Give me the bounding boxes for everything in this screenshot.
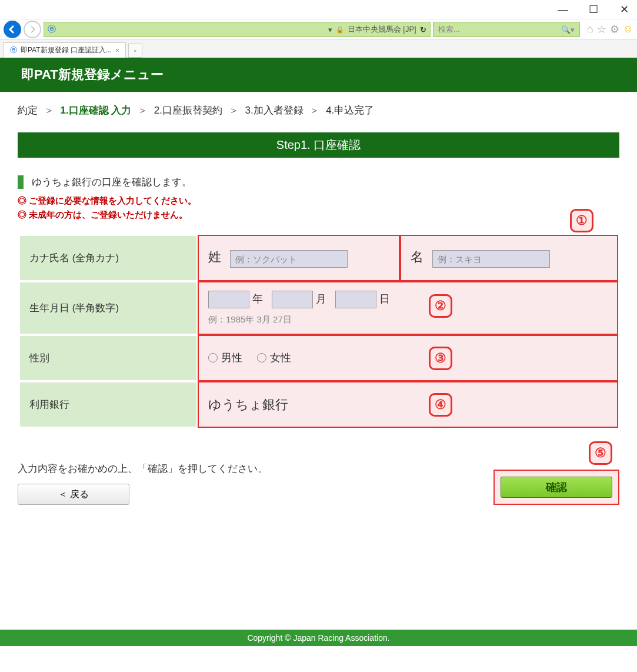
radio-male[interactable]: 男性 xyxy=(208,351,242,365)
tab-active[interactable]: ⓔ 即PAT新規登録 口座認証入... × xyxy=(4,42,126,58)
callout-1: ① xyxy=(570,209,593,232)
refresh-icon[interactable]: ↻ xyxy=(420,25,426,34)
tab-close-icon[interactable]: × xyxy=(115,46,119,55)
label-bank: 利用銀行 xyxy=(20,382,196,427)
alert-line-2: ◎ 未成年の方は、ご登録いただけません。 xyxy=(18,208,619,222)
radio-circle-icon xyxy=(208,353,218,362)
crumb-step3: 3.加入者登録 xyxy=(245,105,304,116)
tab-favicon-icon: ⓔ xyxy=(10,45,17,55)
browser-toolbar: ⓔ ▾ 🔒 日本中央競馬会 [JP] ↻ 検索... 🔍 ▾ ⌂ ☆ ⚙ ☺ xyxy=(0,19,637,40)
confirm-button-highlight: ⑤ 確認 xyxy=(493,470,619,505)
day-input[interactable] xyxy=(335,291,376,308)
year-label: 年 xyxy=(252,293,263,305)
settings-icon[interactable]: ⚙ xyxy=(610,23,619,36)
confirm-note: 入力内容をお確かめの上、「確認」を押してください。 xyxy=(18,462,268,475)
cell-sei: 姓 例：ソクパット xyxy=(199,236,399,280)
search-bar[interactable]: 検索... 🔍 ▾ xyxy=(433,22,580,37)
button-row: 入力内容をお確かめの上、「確認」を押してください。 ＜ 戻る ⑤ 確認 xyxy=(18,462,619,505)
callout-4: ④ xyxy=(429,393,452,417)
search-placeholder: 検索... xyxy=(438,24,460,35)
radio-female[interactable]: 女性 xyxy=(257,351,291,365)
cell-sex: 男性 女性 ③ xyxy=(199,336,617,380)
search-icon[interactable]: 🔍 xyxy=(561,25,571,34)
label-sex: 性別 xyxy=(20,336,196,380)
lead-text: ゆうちょ銀行の口座を確認します。 xyxy=(18,175,619,189)
day-label: 日 xyxy=(379,293,390,305)
maximize-button[interactable]: ☐ xyxy=(586,3,601,16)
sei-input[interactable]: 例：ソクパット xyxy=(230,250,348,268)
month-label: 月 xyxy=(316,293,326,305)
crumb-yakujo: 約定 xyxy=(18,105,38,116)
back-button[interactable] xyxy=(4,21,21,38)
page-header: 即PAT新規登録メニュー xyxy=(0,58,637,92)
window-titlebar: — ☐ ✕ xyxy=(0,0,637,19)
callout-3: ③ xyxy=(429,347,452,370)
copyright-text: Copyright © Japan Racing Association. xyxy=(247,633,389,643)
page-title: 即PAT新規登録メニュー xyxy=(21,67,164,82)
search-dropdown-icon[interactable]: ▾ xyxy=(571,25,575,34)
tab-title: 即PAT新規登録 口座認証入... xyxy=(21,45,112,55)
crumb-step1: 1.口座確認 入力 xyxy=(60,105,131,116)
label-dob: 生年月日 (半角数字) xyxy=(20,282,196,334)
forward-button[interactable] xyxy=(24,21,41,38)
cell-bank: ゆうちょ銀行 ④ xyxy=(199,382,617,427)
cell-mei: 名 例：スキヨ ① xyxy=(401,236,617,280)
label-kana-name: カナ氏名 (全角カナ) xyxy=(20,236,196,280)
month-input[interactable] xyxy=(272,291,313,308)
step-title-bar: Step1. 口座確認 xyxy=(18,132,619,158)
arrow-left-icon xyxy=(8,25,17,34)
step-title: Step1. 口座確認 xyxy=(276,138,361,151)
home-icon[interactable]: ⌂ xyxy=(587,23,593,36)
favorites-icon[interactable]: ☆ xyxy=(597,23,606,36)
site-identity-label: 日本中央競馬会 [JP] xyxy=(348,24,416,35)
bank-value: ゆうちょ銀行 xyxy=(208,396,432,414)
breadcrumb: 約定 ＞ 1.口座確認 入力 ＞ 2.口座振替契約 ＞ 3.加入者登録 ＞ 4.… xyxy=(18,104,619,117)
form-table: カナ氏名 (全角カナ) 姓 例：ソクパット 名 例：スキヨ ① 生年月日 (半角… xyxy=(18,234,619,429)
alert-block: ◎ ご登録に必要な情報を入力してください。 ◎ 未成年の方は、ご登録いただけませ… xyxy=(18,194,619,222)
address-bar[interactable]: ⓔ ▾ 🔒 日本中央競馬会 [JP] ↻ xyxy=(44,22,431,37)
minimize-button[interactable]: — xyxy=(556,4,570,16)
main-content: 約定 ＞ 1.口座確認 入力 ＞ 2.口座振替契約 ＞ 3.加入者登録 ＞ 4.… xyxy=(0,92,637,630)
mei-label: 名 xyxy=(411,249,423,264)
sei-label: 姓 xyxy=(208,249,221,264)
dropdown-icon[interactable]: ▾ xyxy=(328,25,332,34)
feedback-icon[interactable]: ☺ xyxy=(623,23,633,36)
back-page-button[interactable]: ＜ 戻る xyxy=(18,484,129,505)
year-input[interactable] xyxy=(208,291,249,308)
crumb-step4: 4.申込完了 xyxy=(326,105,374,116)
alert-line-1: ◎ ご登録に必要な情報を入力してください。 xyxy=(18,194,619,208)
lock-icon: 🔒 xyxy=(336,26,344,34)
page-content: 即PAT新規登録メニュー 約定 ＞ 1.口座確認 入力 ＞ 2.口座振替契約 ＞… xyxy=(0,58,637,646)
callout-5: ⑤ xyxy=(589,441,612,465)
tab-bar: ⓔ 即PAT新規登録 口座認証入... × ▫ xyxy=(0,40,637,58)
arrow-right-icon xyxy=(28,25,36,34)
crumb-step2: 2.口座振替契約 xyxy=(154,105,222,116)
close-window-button[interactable]: ✕ xyxy=(617,3,631,16)
new-tab-button[interactable]: ▫ xyxy=(128,44,142,58)
radio-circle-icon xyxy=(257,353,266,362)
cell-dob: 年 月 日 例：1985年 3月 27日 ② xyxy=(199,282,617,334)
toolbar-icons: ⌂ ☆ ⚙ ☺ xyxy=(587,23,633,36)
mei-input[interactable]: 例：スキヨ xyxy=(432,250,550,268)
callout-2: ② xyxy=(429,294,452,318)
confirm-button[interactable]: 確認 xyxy=(501,477,612,498)
ie-icon: ⓔ xyxy=(48,24,56,35)
page-footer: Copyright © Japan Racing Association. xyxy=(0,630,637,646)
browser-window: — ☐ ✕ ⓔ ▾ 🔒 日本中央競馬会 [JP] ↻ 検索... 🔍 ▾ ⌂ ☆… xyxy=(0,0,637,646)
dob-hint: 例：1985年 3月 27日 xyxy=(208,314,432,325)
